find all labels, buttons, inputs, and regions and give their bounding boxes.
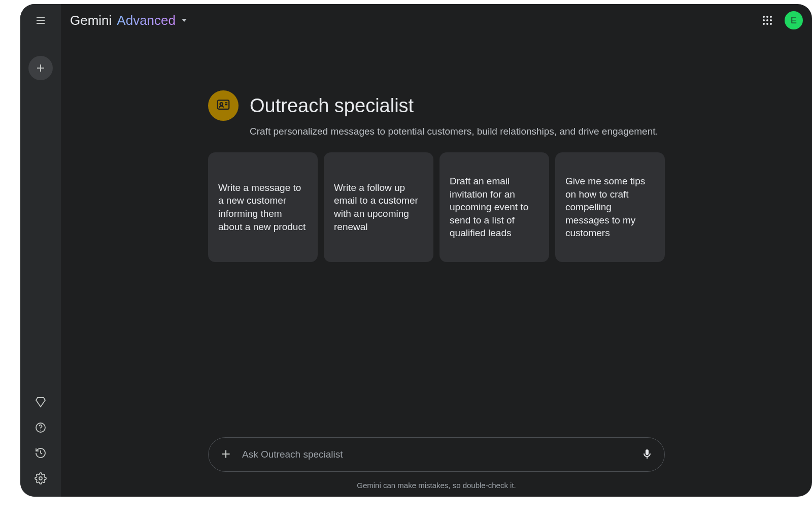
brand-switcher[interactable]: Gemini Advanced <box>70 13 187 28</box>
mic-icon <box>641 448 653 462</box>
svg-point-9 <box>220 103 223 106</box>
hero: Outreach specialist Craft personalized m… <box>208 90 665 137</box>
gem-icon <box>35 396 47 408</box>
google-apps-button[interactable] <box>757 10 777 30</box>
content: Outreach specialist Craft personalized m… <box>61 37 812 497</box>
contact-card-icon <box>216 97 231 114</box>
gem-avatar <box>208 90 239 121</box>
suggestion-card[interactable]: Give me some tips on how to craft compel… <box>555 152 665 262</box>
account-avatar[interactable]: E <box>785 11 803 29</box>
suggestion-text: Write a follow up email to a customer wi… <box>334 182 418 232</box>
brand-name: Gemini <box>70 13 112 28</box>
help-button[interactable] <box>28 415 53 440</box>
suggestion-card[interactable]: Write a follow up email to a customer wi… <box>324 152 433 262</box>
menu-icon <box>35 14 47 26</box>
sidebar <box>20 4 61 497</box>
history-icon <box>35 447 47 459</box>
menu-button[interactable] <box>28 8 53 33</box>
mic-button[interactable] <box>637 444 657 465</box>
svg-point-7 <box>39 477 42 480</box>
gem-manager-button[interactable] <box>28 390 53 414</box>
page-subtitle: Craft personalized messages to potential… <box>250 126 665 137</box>
chevron-down-icon <box>182 19 187 22</box>
suggestion-cards: Write a message to a new customer inform… <box>208 152 665 262</box>
svg-point-6 <box>40 430 41 431</box>
suggestion-text: Give me some tips on how to craft compel… <box>565 176 645 239</box>
footer: Gemini can make mistakes, so double-chec… <box>61 437 812 490</box>
app-frame: Gemini Advanced E <box>20 4 812 497</box>
prompt-input-bar <box>208 437 665 472</box>
main: Gemini Advanced E <box>61 4 812 497</box>
suggestion-text: Draft an email invitation for an upcomin… <box>450 176 528 239</box>
plus-icon <box>219 447 232 462</box>
avatar-initial: E <box>791 15 797 26</box>
new-chat-button[interactable] <box>28 56 53 80</box>
svg-rect-14 <box>647 457 648 459</box>
topbar: Gemini Advanced E <box>61 4 812 37</box>
attach-button[interactable] <box>216 444 236 465</box>
settings-icon <box>35 472 47 484</box>
history-button[interactable] <box>28 441 53 465</box>
settings-button[interactable] <box>28 466 53 491</box>
help-icon <box>35 422 47 434</box>
suggestion-text: Write a message to a new customer inform… <box>218 182 306 232</box>
brand-tier: Advanced <box>117 13 176 28</box>
plus-icon <box>35 62 47 74</box>
suggestion-card[interactable]: Draft an email invitation for an upcomin… <box>439 152 549 262</box>
page-title: Outreach specialist <box>250 95 414 117</box>
prompt-input[interactable] <box>242 449 631 460</box>
disclaimer-text: Gemini can make mistakes, so double-chec… <box>357 481 516 490</box>
apps-icon <box>763 16 772 25</box>
suggestion-card[interactable]: Write a message to a new customer inform… <box>208 152 318 262</box>
